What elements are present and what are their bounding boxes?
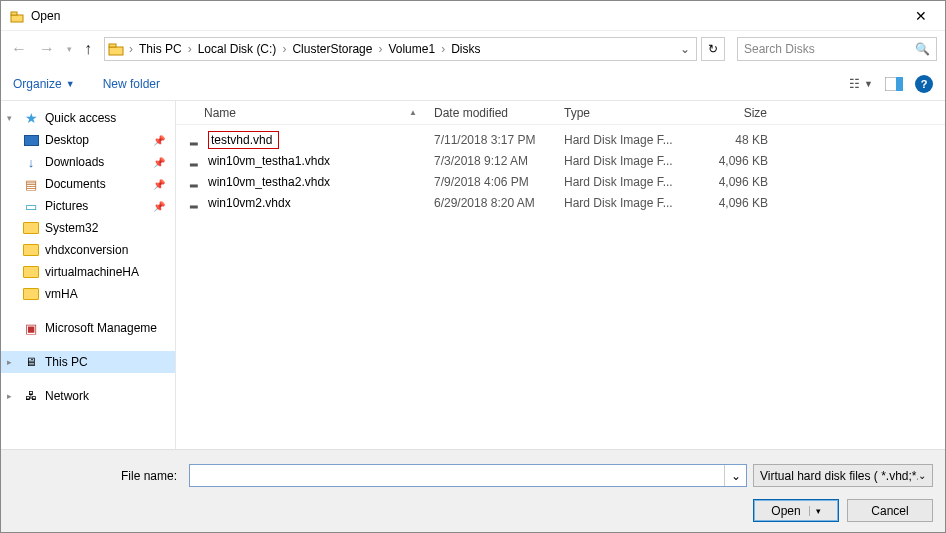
tree-desktop[interactable]: Desktop📌 xyxy=(1,129,175,151)
tree-pictures[interactable]: Pictures📌 xyxy=(1,195,175,217)
file-date: 7/3/2018 9:12 AM xyxy=(426,154,556,168)
chevron-right-icon[interactable]: › xyxy=(127,42,135,56)
preview-pane-icon xyxy=(885,77,903,91)
file-name: testvhd.vhd xyxy=(208,131,279,149)
file-row[interactable]: win10vm_testha1.vhdx7/3/2018 9:12 AMHard… xyxy=(176,150,945,171)
tree-virtualmachineha[interactable]: virtualmachineHA xyxy=(1,261,175,283)
tree-vmha[interactable]: vmHA xyxy=(1,283,175,305)
breadcrumb-segment[interactable]: Disks xyxy=(447,42,484,56)
chevron-right-icon[interactable]: › xyxy=(439,42,447,56)
column-name[interactable]: Name▲ xyxy=(176,106,426,120)
download-icon xyxy=(23,154,39,170)
file-row[interactable]: testvhd.vhd7/11/2018 3:17 PMHard Disk Im… xyxy=(176,129,945,150)
tree-documents[interactable]: Documents📌 xyxy=(1,173,175,195)
file-size: 4,096 KB xyxy=(686,196,776,210)
back-icon[interactable]: ← xyxy=(9,40,29,58)
file-type: Hard Disk Image F... xyxy=(556,133,686,147)
preview-pane-button[interactable] xyxy=(885,77,903,91)
file-size: 4,096 KB xyxy=(686,175,776,189)
column-type[interactable]: Type xyxy=(556,106,686,120)
column-date[interactable]: Date modified xyxy=(426,106,556,120)
pin-icon: 📌 xyxy=(153,135,165,146)
help-icon[interactable]: ? xyxy=(915,75,933,93)
up-icon[interactable]: ↑ xyxy=(82,40,94,58)
svg-rect-2 xyxy=(109,47,123,55)
disk-icon xyxy=(186,153,202,169)
body: ▾Quick access Desktop📌 Downloads📌 Docume… xyxy=(1,101,945,449)
desktop-icon xyxy=(23,132,39,148)
file-type-filter[interactable]: Virtual hard disk files ( *.vhd;*. ⌄ xyxy=(753,464,933,487)
filename-input[interactable] xyxy=(190,465,724,486)
close-icon[interactable]: ✕ xyxy=(905,4,937,28)
new-folder-button[interactable]: New folder xyxy=(103,77,160,91)
disk-icon xyxy=(186,174,202,190)
open-dialog: Open ✕ ← → ▾ ↑ › This PC › Local Disk (C… xyxy=(0,0,946,533)
address-bar[interactable]: › This PC › Local Disk (C:) › ClusterSto… xyxy=(104,37,697,61)
file-rows: testvhd.vhd7/11/2018 3:17 PMHard Disk Im… xyxy=(176,125,945,449)
view-menu[interactable]: ☷ ▼ xyxy=(849,77,873,91)
folder-icon xyxy=(23,264,39,280)
tree-this-pc[interactable]: ▸This PC xyxy=(1,351,175,373)
address-dropdown-icon[interactable]: ⌄ xyxy=(674,42,696,56)
expand-icon[interactable]: ▸ xyxy=(7,391,12,401)
tree-quick-access[interactable]: ▾Quick access xyxy=(1,107,175,129)
star-icon xyxy=(23,110,39,126)
pin-icon: 📌 xyxy=(153,201,165,212)
button-row: Open ▾ Cancel xyxy=(13,499,933,522)
chevron-right-icon[interactable]: › xyxy=(186,42,194,56)
expand-icon[interactable]: ▸ xyxy=(7,357,12,367)
filename-combobox[interactable]: ⌄ xyxy=(189,464,747,487)
chevron-down-icon: ▼ xyxy=(864,79,873,89)
file-name: win10vm_testha1.vhdx xyxy=(208,154,330,168)
chevron-down-icon: ▼ xyxy=(66,79,75,89)
disk-icon xyxy=(186,132,202,148)
folder-icon xyxy=(23,220,39,236)
tree-downloads[interactable]: Downloads📌 xyxy=(1,151,175,173)
recent-dropdown-icon[interactable]: ▾ xyxy=(65,44,74,54)
refresh-icon: ↻ xyxy=(708,42,718,56)
app-icon xyxy=(9,8,25,24)
breadcrumb-segment[interactable]: Local Disk (C:) xyxy=(194,42,281,56)
title-bar: Open ✕ xyxy=(1,1,945,31)
search-input[interactable]: Search Disks 🔍 xyxy=(737,37,937,61)
file-date: 7/9/2018 4:06 PM xyxy=(426,175,556,189)
file-size: 4,096 KB xyxy=(686,154,776,168)
column-headers: Name▲ Date modified Type Size xyxy=(176,101,945,125)
tree-vhdxconversion[interactable]: vhdxconversion xyxy=(1,239,175,261)
filename-row: File name: ⌄ Virtual hard disk files ( *… xyxy=(13,464,933,487)
tree-network[interactable]: ▸Network xyxy=(1,385,175,407)
breadcrumb-segment[interactable]: Volume1 xyxy=(384,42,439,56)
footer: File name: ⌄ Virtual hard disk files ( *… xyxy=(1,449,945,532)
refresh-button[interactable]: ↻ xyxy=(701,37,725,61)
svg-rect-5 xyxy=(896,77,903,91)
breadcrumb-segment[interactable]: ClusterStorage xyxy=(288,42,376,56)
expand-icon[interactable]: ▾ xyxy=(7,113,12,123)
nav-bar: ← → ▾ ↑ › This PC › Local Disk (C:) › Cl… xyxy=(1,31,945,67)
chevron-right-icon[interactable]: › xyxy=(280,42,288,56)
sort-indicator-icon: ▲ xyxy=(409,108,417,117)
file-date: 6/29/2018 8:20 AM xyxy=(426,196,556,210)
toolbar: Organize ▼ New folder ☷ ▼ ? xyxy=(1,67,945,101)
tree-system32[interactable]: System32 xyxy=(1,217,175,239)
file-type: Hard Disk Image F... xyxy=(556,196,686,210)
filename-dropdown-icon[interactable]: ⌄ xyxy=(724,465,746,486)
filename-label: File name: xyxy=(13,469,183,483)
pin-icon: 📌 xyxy=(153,179,165,190)
file-row[interactable]: win10vm_testha2.vhdx7/9/2018 4:06 PMHard… xyxy=(176,171,945,192)
search-placeholder: Search Disks xyxy=(744,42,815,56)
chevron-right-icon[interactable]: › xyxy=(376,42,384,56)
file-list: Name▲ Date modified Type Size testvhd.vh… xyxy=(176,101,945,449)
split-chevron-icon: ▾ xyxy=(809,506,821,516)
open-button[interactable]: Open ▾ xyxy=(753,499,839,522)
view-icon: ☷ xyxy=(849,77,860,91)
breadcrumb-segment[interactable]: This PC xyxy=(135,42,186,56)
folder-icon xyxy=(23,242,39,258)
file-row[interactable]: win10vm2.vhdx6/29/2018 8:20 AMHard Disk … xyxy=(176,192,945,213)
cancel-button[interactable]: Cancel xyxy=(847,499,933,522)
folder-icon xyxy=(23,286,39,302)
forward-icon[interactable]: → xyxy=(37,40,57,58)
column-size[interactable]: Size xyxy=(686,106,776,120)
nav-arrows: ← → ▾ ↑ xyxy=(9,40,94,58)
tree-mmc[interactable]: Microsoft Manageme xyxy=(1,317,175,339)
organize-menu[interactable]: Organize ▼ xyxy=(13,77,75,91)
